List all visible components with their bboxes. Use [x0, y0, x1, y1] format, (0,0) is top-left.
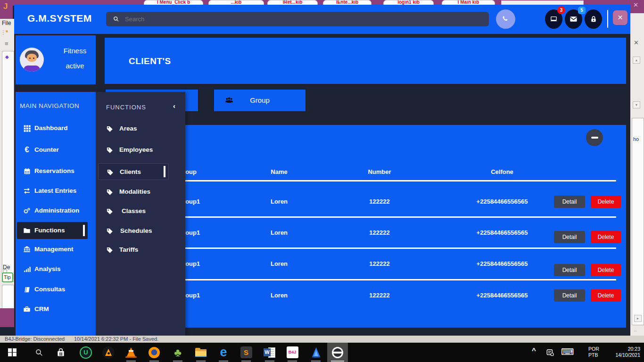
sidebar-item-reservations[interactable]: Reservations [16, 162, 96, 180]
taskbar-icon-b4x-tool[interactable] [305, 343, 326, 362]
page-title: CLIENT'S [129, 56, 171, 66]
table-row: Group1 Loren 122222 +22584466556565 Deta… [157, 255, 626, 273]
column-header-group[interactable]: Group [178, 163, 235, 181]
app-close-button[interactable]: ✕ [613, 10, 627, 25]
functions-panel: FUNCTIONS ‹ Areas Employees Clients Moda… [96, 92, 185, 336]
functions-item-modalities[interactable]: Modalities [96, 183, 185, 200]
scroll-right-icon[interactable]: ► [634, 315, 642, 322]
detail-button[interactable]: Detail [554, 289, 585, 302]
sidebar-item-latest-entries[interactable]: Latest Entries [16, 182, 96, 200]
scroll-up-icon[interactable]: ▲ [633, 57, 640, 64]
cell-number: 122222 [347, 192, 413, 211]
ide-close-icon[interactable]: ✕ [633, 1, 638, 8]
module-cube-icon[interactable]: ◆ [5, 54, 9, 59]
tray-language-top: POR [588, 346, 599, 352]
tray-language[interactable]: POR PTB [588, 346, 599, 358]
detail-button[interactable]: Detail [554, 196, 585, 208]
list-icon[interactable]: ≡ [5, 40, 8, 47]
page-header: CLIENT'S [105, 38, 626, 84]
ide-methods-panel: ho ► [632, 118, 644, 325]
tray-time: 20:23 [609, 346, 640, 352]
functions-item-clients[interactable]: Clients [98, 163, 169, 180]
taskbar-icon-microsoft-store[interactable] [50, 343, 71, 362]
taskbar-icon-file-explorer[interactable] [190, 343, 211, 362]
topbar-divider [607, 10, 608, 28]
delete-button[interactable]: Delete [591, 231, 621, 243]
cell-group: Group1 [178, 286, 235, 305]
sidebar-item-administration[interactable]: Administration [16, 202, 96, 220]
lock-button[interactable] [585, 9, 602, 29]
delete-button[interactable]: Delete [591, 289, 621, 302]
functions-item-schedules[interactable]: Schedules [96, 222, 185, 239]
taskbar-icon-edge[interactable]: e [213, 343, 234, 362]
functions-item-tariffs[interactable]: Tariffs [96, 241, 185, 258]
column-header-number[interactable]: Number [347, 163, 413, 181]
tag-icon [105, 203, 114, 220]
row-divider [163, 247, 616, 249]
taskbar-icon-utorrent[interactable]: U [75, 343, 96, 362]
scroll-down-icon[interactable]: ▼ [633, 101, 640, 108]
sidebar-item-management[interactable]: Management [16, 240, 96, 258]
save-status: 10/14/2021 6:22:32 PM - File Saved. [74, 336, 158, 343]
search-bar[interactable] [106, 12, 489, 26]
taskbar-icon-clover[interactable]: ♣ [167, 343, 188, 362]
tray-keyboard-icon[interactable]: ⌨ [561, 346, 574, 357]
tray-chevron-icon[interactable]: ^ [532, 347, 536, 354]
taskbar-icon-vlc[interactable] [121, 343, 141, 362]
word-icon: W [264, 347, 276, 358]
collapse-chevron-icon[interactable]: ‹ [173, 102, 175, 110]
desktop: J ✕ l Menu_Click b ...kib lRet...kib lEn… [0, 0, 644, 362]
utorrent-icon: U [80, 346, 92, 359]
taskbar-icon-running-app[interactable] [327, 343, 348, 362]
tag-icon [105, 141, 114, 158]
phone-button[interactable] [496, 9, 515, 29]
group-button[interactable]: Group [213, 89, 306, 112]
sidebar-item-counter[interactable]: € Counter [16, 141, 96, 159]
table-header-row: Group Name Number Celfone [157, 163, 626, 181]
taskbar-icon-sublime-text[interactable]: S [236, 343, 256, 362]
sidebar-item-crm[interactable]: CRM [16, 300, 96, 318]
sidebar-item-functions[interactable]: Functions [16, 222, 96, 239]
sidebar-item-consultas[interactable]: Consultas [16, 280, 96, 298]
ide-titlebar-left-corner: J [0, 0, 13, 19]
briefcase-icon [22, 300, 32, 318]
store-bag-icon [56, 348, 66, 357]
table-row: Group1 Loren 122222 +22584466556565 Deta… [157, 223, 626, 242]
sidebar-item-dashboard[interactable]: Dashboard [16, 119, 96, 137]
functions-item-classes[interactable]: Classes [96, 203, 185, 220]
cell-celfone: +22584466556565 [450, 255, 554, 273]
collapse-card-button[interactable] [586, 129, 603, 146]
taskbar-icon-word[interactable]: W [259, 343, 280, 362]
profile-card[interactable]: Fitness active [16, 35, 96, 84]
close-icon: ✕ [618, 14, 623, 21]
taskbar-icon-firefox[interactable] [144, 343, 165, 362]
vlc-cone-icon [125, 347, 137, 358]
taskbar-icon-b4j[interactable]: B4J [282, 343, 303, 362]
taskbar-search-button[interactable] [29, 343, 50, 362]
start-button[interactable] [2, 343, 23, 362]
firefox-icon [149, 347, 160, 358]
delete-button[interactable]: Delete [591, 264, 621, 276]
detail-button[interactable]: Detail [554, 264, 585, 276]
cell-number: 122222 [347, 286, 413, 305]
functions-item-areas[interactable]: Areas [96, 120, 185, 137]
sidebar-item-analysis[interactable]: Analysis [16, 260, 96, 278]
column-header-name[interactable]: Name [246, 163, 312, 181]
delete-button[interactable]: Delete [591, 196, 621, 208]
ide-file-menu[interactable]: File [2, 20, 11, 26]
taskbar-icon-avast[interactable] [98, 343, 119, 362]
ide-titlebar-right-corner: ✕ [630, 0, 644, 13]
detail-button[interactable]: Detail [554, 231, 585, 243]
search-input[interactable] [124, 15, 454, 23]
tray-notification-icon[interactable] [546, 348, 554, 357]
cell-celfone: +22584466556565 [450, 223, 554, 242]
panel-close-icon[interactable]: ✕ [634, 39, 639, 46]
search-icon [35, 348, 43, 357]
ide-debug-panel-title: De [3, 264, 10, 271]
column-header-celfone[interactable]: Celfone [450, 163, 554, 181]
cell-group: Group1 [178, 255, 235, 273]
avatar-face [27, 54, 37, 62]
new-file-icon[interactable]: * [6, 29, 8, 36]
tray-clock[interactable]: 20:23 14/10/2021 [609, 346, 640, 358]
functions-item-employees[interactable]: Employees [96, 141, 185, 158]
